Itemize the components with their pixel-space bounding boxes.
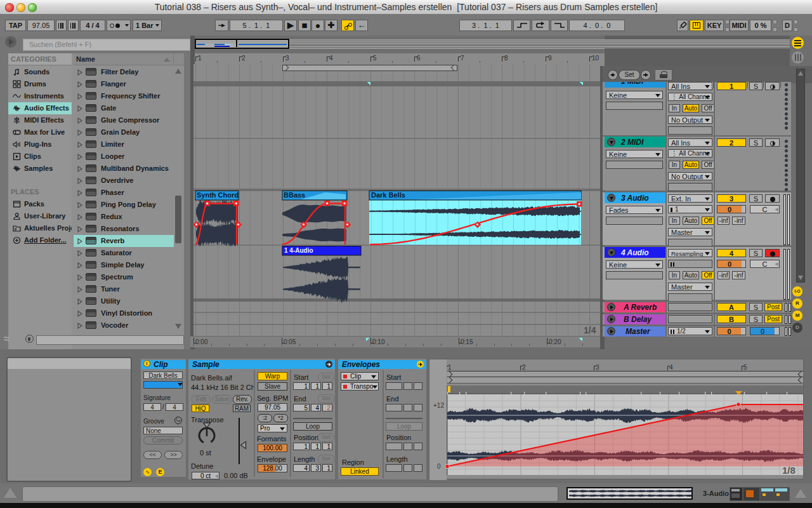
svg-text:1 4-Audio: 1 4-Audio xyxy=(284,247,313,254)
svg-text:Dark Bells: Dark Bells xyxy=(371,191,405,199)
svg-text:BBass: BBass xyxy=(284,191,305,199)
svg-text:Synth Chord R: Synth Chord R xyxy=(197,191,246,199)
